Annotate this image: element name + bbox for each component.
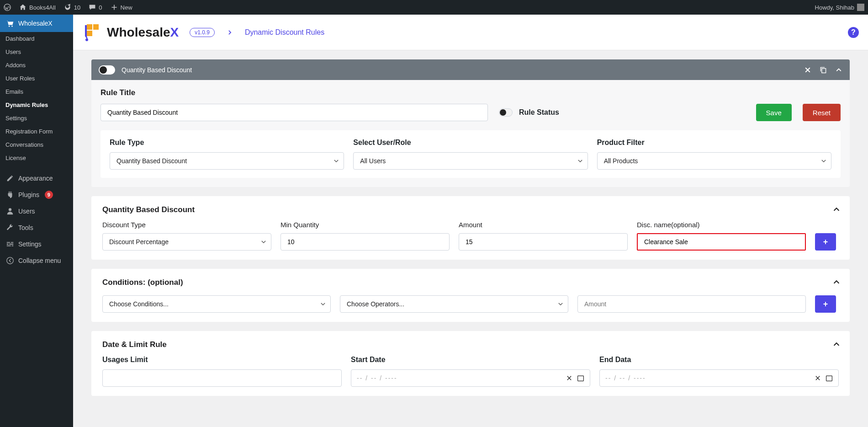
sidebar-collapse-label: Collapse menu [18,257,61,264]
brush-icon [5,174,15,183]
close-icon[interactable] [804,66,811,74]
collapse-icon [5,256,15,265]
duplicate-icon[interactable] [820,66,827,74]
sidebar-sub-license[interactable]: License [0,151,73,165]
comments-count: 0 [99,4,102,11]
user-role-select[interactable]: All Users [353,152,587,170]
avatar [857,4,864,11]
sidebar-sub-emails[interactable]: Emails [0,85,73,98]
operator-select[interactable]: Choose Operators... [340,295,568,313]
brand-suffix: X [170,25,179,39]
svg-point-1 [9,26,10,27]
sidebar-sub-user-roles[interactable]: User Roles [0,72,73,85]
chevron-up-icon[interactable] [832,278,841,286]
svg-point-2 [11,26,13,27]
reset-button[interactable]: Reset [803,104,841,121]
rule-title-label: Rule Title [101,88,841,97]
clear-date-icon[interactable] [566,375,572,381]
sidebar-sub-registration-form[interactable]: Registration Form [0,125,73,138]
usage-limit-input[interactable] [102,369,342,387]
rule-title-input[interactable] [101,104,488,121]
sidebar-parent-label: WholesaleX [18,20,53,27]
sidebar-users-label: Users [18,208,35,215]
brand-logo-icon [82,22,102,43]
usage-limit-label: Usages Limit [102,356,342,364]
plug-icon [5,190,15,199]
site-link[interactable]: Books4All [19,4,56,11]
amount-label: Amount [459,221,628,229]
sidebar-item-users[interactable]: Users [0,203,73,219]
qbd-section: Quantity Based Discount Discount Type Di… [91,196,850,260]
sidebar-item-plugins[interactable]: Plugins 9 [0,187,73,203]
chevron-right-icon [227,29,233,36]
sidebar-sub-conversations[interactable]: Conversations [0,138,73,151]
updates-count: 10 [74,4,80,11]
sidebar-submenu: Dashboard Users Addons User Roles Emails… [0,32,73,165]
updates-link[interactable]: 10 [64,4,80,11]
date-limit-section: Date & Limit Rule Usages Limit Start Dat… [91,331,850,396]
sidebar-sub-dynamic-rules[interactable]: Dynamic Rules [0,98,73,112]
date-limit-title: Date & Limit Rule [102,340,839,349]
discount-type-select[interactable]: Discount Percentage [102,233,271,251]
disc-name-label: Disc. name(optional) [637,221,806,229]
chevron-up-icon[interactable] [832,205,841,214]
rule-title-card: Rule Title Rule Status Save Reset Ru [91,80,850,187]
svg-rect-6 [93,24,99,30]
save-button[interactable]: Save [756,104,792,121]
howdy-text: Howdy, Shihab [815,4,854,11]
start-date-input[interactable]: -- / -- / ---- [351,369,590,387]
min-qty-input[interactable] [281,233,450,251]
sidebar-item-collapse[interactable]: Collapse menu [0,252,73,269]
svg-rect-11 [826,376,832,381]
sidebar-item-tools[interactable]: Tools [0,219,73,236]
comments-link[interactable]: 0 [89,4,102,11]
rule-selectors-card: Rule Type Quantity Based Discount Select… [101,130,841,178]
svg-rect-7 [87,31,92,36]
product-filter-select[interactable]: All Products [597,152,831,170]
plugins-badge: 9 [45,191,53,199]
chevron-up-icon[interactable] [832,340,841,348]
condition-select[interactable]: Choose Conditions... [102,295,331,313]
rule-type-select[interactable]: Quantity Based Discount [110,152,344,170]
main-content: WholesaleX v1.0.9 Dynamic Discount Rules… [73,15,868,427]
condition-amount-input[interactable] [577,295,806,313]
sidebar-settings-label: Settings [18,240,42,248]
amount-input[interactable] [459,233,628,251]
svg-point-8 [85,38,88,41]
howdy-link[interactable]: Howdy, Shihab [815,4,864,11]
calendar-icon[interactable] [577,374,584,382]
chevron-up-icon[interactable] [835,66,842,74]
sidebar-sub-users[interactable]: Users [0,45,73,59]
sidebar-sub-settings[interactable]: Settings [0,112,73,125]
end-date-label: End Data [599,356,839,364]
sidebar-sub-addons[interactable]: Addons [0,59,73,72]
add-tier-button[interactable]: + [815,233,836,251]
user-role-label: Select User/Role [353,139,587,147]
product-filter-label: Product Filter [597,139,831,147]
discount-type-label: Discount Type [102,221,271,229]
help-icon[interactable]: ? [848,27,859,38]
wp-logo[interactable] [4,4,11,11]
brand-name: WholesaleX [107,25,179,40]
end-date-input[interactable]: -- / -- / ---- [599,369,839,387]
start-date-placeholder: -- / -- / ---- [357,374,397,382]
wp-admin-bar: Books4All 10 0 New Howdy, Shihab [0,0,868,15]
add-condition-button[interactable]: + [815,295,836,313]
new-link[interactable]: New [111,4,132,11]
sidebar-item-settings[interactable]: Settings [0,236,73,252]
svg-rect-9 [822,68,826,73]
clear-date-icon[interactable] [815,375,821,381]
sidebar-item-appearance[interactable]: Appearance [0,170,73,187]
qbd-title: Quantity Based Discount [102,205,839,214]
disc-name-input[interactable] [637,233,806,251]
rule-enable-toggle[interactable] [99,65,115,75]
sidebar-parent-wholesalex[interactable]: WholesaleX [0,15,73,32]
rule-status-toggle[interactable] [499,108,513,117]
start-date-label: Start Date [351,356,590,364]
plugin-topbar: WholesaleX v1.0.9 Dynamic Discount Rules… [73,15,868,50]
wholesalex-icon [5,19,15,28]
sidebar-sub-dashboard[interactable]: Dashboard [0,32,73,45]
breadcrumb[interactable]: Dynamic Discount Rules [245,28,324,37]
calendar-icon[interactable] [826,374,833,382]
admin-sidebar: WholesaleX Dashboard Users Addons User R… [0,15,73,427]
